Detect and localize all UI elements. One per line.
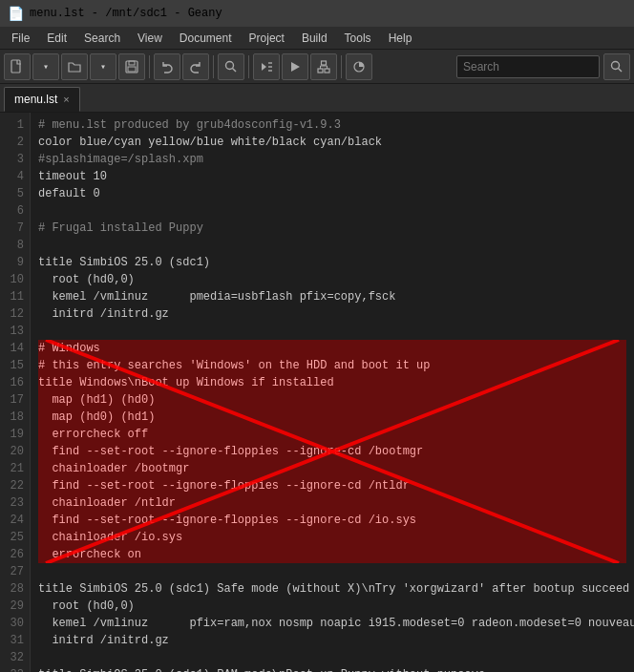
svg-rect-3 (128, 67, 136, 72)
svg-line-5 (233, 68, 237, 72)
svg-point-17 (612, 61, 620, 69)
line-number: 5 (6, 185, 24, 202)
menu-search[interactable]: Search (76, 30, 128, 47)
menu-bar: File Edit Search View Document Project B… (0, 27, 634, 50)
separator-2 (213, 55, 214, 78)
line-number: 1 (6, 116, 24, 134)
compile-button[interactable] (253, 53, 280, 80)
run-button[interactable] (282, 53, 308, 80)
line-number: 26 (6, 546, 24, 563)
code-area[interactable]: # menu.lst produced by grub4dosconfig-v1… (31, 113, 634, 672)
line-number: 28 (6, 580, 24, 598)
line-number: 27 (6, 563, 24, 580)
code-line (38, 323, 626, 340)
code-line (38, 649, 626, 666)
code-line: find --set-root --ignore-floppies --igno… (38, 443, 626, 460)
line-number: 17 (6, 391, 24, 409)
line-number: 29 (6, 598, 24, 615)
svg-rect-9 (318, 69, 323, 73)
line-number: 16 (6, 374, 24, 391)
tab-label: menu.lst (14, 93, 57, 106)
menu-help[interactable]: Help (381, 30, 420, 47)
svg-rect-0 (11, 60, 20, 73)
code-line: errorcheck off (38, 426, 626, 443)
line-number: 32 (6, 649, 24, 666)
tab-bar: menu.lst × (0, 84, 634, 113)
menu-edit[interactable]: Edit (39, 30, 74, 47)
open-button[interactable] (61, 53, 88, 80)
code-line: title SimbiOS 25.0 (sdc1) RAM mode\nBoot… (38, 666, 626, 672)
line-number: 21 (6, 460, 24, 477)
line-number: 8 (6, 237, 24, 254)
line-number: 11 (6, 288, 24, 305)
code-line: timeout 10 (38, 168, 626, 185)
code-line: color blue/cyan yellow/blue white/black … (38, 134, 626, 151)
editor: 1234567891011121314151617181920212223242… (0, 113, 634, 672)
code-line: initrd /initrd.gz (38, 305, 626, 323)
new-button[interactable] (4, 53, 31, 80)
svg-line-18 (619, 68, 623, 72)
code-line (38, 202, 626, 220)
redo-button[interactable] (182, 53, 209, 80)
line-number: 14 (6, 340, 24, 357)
code-line: # Windows (38, 340, 626, 357)
line-number: 31 (6, 632, 24, 649)
code-line: chainloader /ntldr (38, 494, 626, 512)
code-line: kemel /vmlinuz pfix=ram,nox nosmp noapic… (38, 615, 626, 632)
code-line: title Windows\nBoot up Windows if instal… (38, 374, 626, 391)
line-number: 19 (6, 426, 24, 443)
search-input[interactable] (456, 55, 600, 78)
code-line: root (hd0,0) (38, 598, 626, 615)
code-line: root (hd0,0) (38, 271, 626, 288)
code-line: initrd /initrd.gz (38, 632, 626, 649)
search-icon-button[interactable] (603, 53, 630, 80)
open-dropdown[interactable]: ▾ (90, 53, 116, 80)
menu-file[interactable]: File (4, 30, 37, 47)
menu-tools[interactable]: Tools (337, 30, 379, 47)
line-number: 10 (6, 271, 24, 288)
line-number: 18 (6, 409, 24, 426)
code-line: kemel /vmlinuz pmedia=usbflash pfix=copy… (38, 288, 626, 305)
line-number: 12 (6, 305, 24, 323)
code-line: chainloader /io.sys (38, 529, 626, 546)
menu-project[interactable]: Project (242, 30, 292, 47)
line-number: 13 (6, 323, 24, 340)
line-number: 23 (6, 494, 24, 512)
line-number: 7 (6, 220, 24, 237)
line-number: 6 (6, 202, 24, 220)
code-line: chainloader /bootmgr (38, 460, 626, 477)
build-button[interactable] (310, 53, 337, 80)
code-line: find --set-root --ignore-floppies --igno… (38, 477, 626, 494)
code-line: # Frugal installed Puppy (38, 220, 626, 237)
code-line: find --set-root --ignore-floppies --igno… (38, 512, 626, 529)
tab-close-button[interactable]: × (63, 94, 69, 105)
line-number: 30 (6, 615, 24, 632)
line-number: 25 (6, 529, 24, 546)
line-number: 4 (6, 168, 24, 185)
code-line: title SimbiOS 25.0 (sdc1) (38, 254, 626, 271)
tab-menu-lst[interactable]: menu.lst × (4, 87, 80, 112)
menu-document[interactable]: Document (172, 30, 240, 47)
line-number: 22 (6, 477, 24, 494)
separator-1 (149, 55, 150, 78)
line-number: 3 (6, 151, 24, 168)
new-dropdown[interactable]: ▾ (32, 53, 59, 80)
code-line: errorcheck on (38, 546, 626, 563)
separator-4 (341, 55, 342, 78)
line-number: 24 (6, 512, 24, 529)
undo-button[interactable] (154, 53, 180, 80)
code-line: map (hd1) (hd0) (38, 391, 626, 409)
line-number: 9 (6, 254, 24, 271)
svg-rect-11 (322, 61, 327, 65)
app-icon: 📄 (8, 6, 24, 22)
code-line: # this entry searches 'Windows' on the H… (38, 357, 626, 374)
code-line (38, 237, 626, 254)
title-bar: 📄 menu.lst - /mnt/sdc1 - Geany (0, 0, 634, 27)
find-button[interactable] (218, 53, 244, 80)
code-line: # menu.lst produced by grub4dosconfig-v1… (38, 116, 626, 134)
separator-3 (248, 55, 249, 78)
menu-build[interactable]: Build (294, 30, 335, 47)
color-button[interactable] (346, 53, 372, 80)
menu-view[interactable]: View (130, 30, 170, 47)
save-button[interactable] (118, 53, 145, 80)
